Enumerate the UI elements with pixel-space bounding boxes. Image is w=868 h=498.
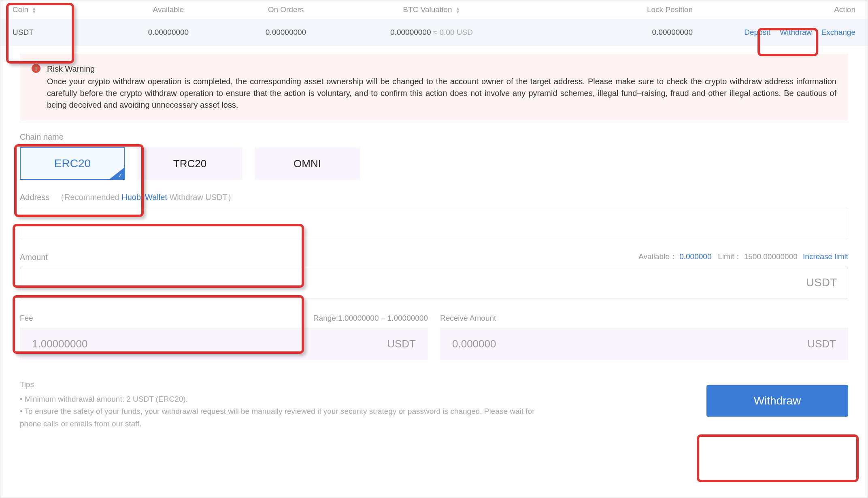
check-icon: ✓ <box>118 172 123 179</box>
header-lock-position: Lock Position <box>519 5 693 14</box>
row-coin: USDT <box>13 28 110 37</box>
withdraw-button[interactable]: Withdraw <box>706 385 848 417</box>
amount-label: Amount <box>20 253 48 262</box>
fee-range: Range:1.00000000 – 1.00000000 <box>313 314 428 323</box>
fee-unit: USDT <box>387 338 416 350</box>
chain-option-erc20-label: ERC20 <box>54 157 91 170</box>
amount-input[interactable] <box>20 267 848 298</box>
tip-item: • Minimum withdrawal amount: 2 USDT (ERC… <box>20 393 546 405</box>
receive-display: 0.000000 USDT <box>440 328 848 360</box>
fee-label: Fee <box>20 314 33 323</box>
fee-value: 1.00000000 <box>32 338 87 350</box>
chain-option-trc20[interactable]: TRC20 <box>137 147 243 180</box>
receive-label: Receive Amount <box>440 314 496 323</box>
row-lock: 0.00000000 <box>519 28 693 37</box>
amount-info: Available： 0.000000 Limit： 1500.00000000… <box>638 251 848 262</box>
header-available: Available <box>110 5 227 14</box>
tip-item: • To ensure the safety of your funds, yo… <box>20 405 546 430</box>
fee-display: 1.00000000 USDT <box>20 328 428 360</box>
row-available: 0.00000000 <box>110 28 227 37</box>
increase-limit-link[interactable]: Increase limit <box>803 252 848 261</box>
amount-limit-value: 1500.00000000 <box>744 252 798 261</box>
tip-text: Minimum withdrawal amount: 2 USDT (ERC20… <box>25 395 188 403</box>
header-action: Action <box>693 5 855 14</box>
header-btc-label: BTC Valuation <box>403 5 452 14</box>
row-btc-value: 0.00000000 <box>390 28 431 36</box>
chain-option-omni[interactable]: OMNI <box>255 147 360 180</box>
amount-available-value: 0.000000 <box>679 252 711 261</box>
amount-unit: USDT <box>806 276 837 289</box>
header-on-orders: On Orders <box>227 5 345 14</box>
warning-icon: ! <box>32 64 40 73</box>
sort-icon[interactable]: ▲▼ <box>32 7 36 13</box>
risk-body: Once your crypto withdraw operation is c… <box>47 76 836 111</box>
row-btc-usd: ≈ 0.00 USD <box>433 28 473 36</box>
receive-value: 0.000000 <box>452 338 496 350</box>
withdraw-link[interactable]: Withdraw <box>780 28 812 36</box>
row-on-orders: 0.00000000 <box>227 28 345 37</box>
tips-title: Tips <box>20 380 546 389</box>
address-input[interactable] <box>20 208 848 239</box>
exchange-link[interactable]: Exchange <box>821 28 855 36</box>
header-btc-valuation[interactable]: BTC Valuation ▲▼ <box>345 5 519 14</box>
row-btc: 0.00000000 ≈ 0.00 USD <box>345 28 519 37</box>
row-actions: Deposit Withdraw Exchange <box>693 28 855 37</box>
chain-options: ERC20 ✓ TRC20 OMNI <box>20 147 848 180</box>
header-coin-label: Coin <box>13 5 28 14</box>
asset-row-usdt: USDT 0.00000000 0.00000000 0.00000000 ≈ … <box>0 19 868 46</box>
amount-available-label: Available： <box>638 252 677 261</box>
deposit-link[interactable]: Deposit <box>744 28 770 36</box>
address-label: Address <box>20 193 49 202</box>
header-coin[interactable]: Coin ▲▼ <box>13 5 110 14</box>
tip-text: To ensure the safety of your funds, your… <box>20 407 534 428</box>
asset-table-header: Coin ▲▼ Available On Orders BTC Valuatio… <box>0 0 868 19</box>
receive-unit: USDT <box>807 338 836 350</box>
address-rec-prefix: （Recommended <box>56 193 121 202</box>
chain-option-erc20[interactable]: ERC20 ✓ <box>20 147 125 180</box>
huobi-wallet-link[interactable]: Huobi Wallet <box>121 193 167 202</box>
address-rec-suffix: Withdraw USDT） <box>167 193 236 202</box>
chain-label: Chain name <box>20 132 848 142</box>
risk-title: Risk Warning <box>47 63 836 75</box>
tips-list: • Minimum withdrawal amount: 2 USDT (ERC… <box>20 393 546 430</box>
address-label-row: Address （Recommended Huobi Wallet Withdr… <box>20 192 848 203</box>
risk-warning-box: ! Risk Warning Once your crypto withdraw… <box>20 54 848 120</box>
amount-limit-label: Limit： <box>718 252 742 261</box>
sort-icon[interactable]: ▲▼ <box>455 7 460 13</box>
